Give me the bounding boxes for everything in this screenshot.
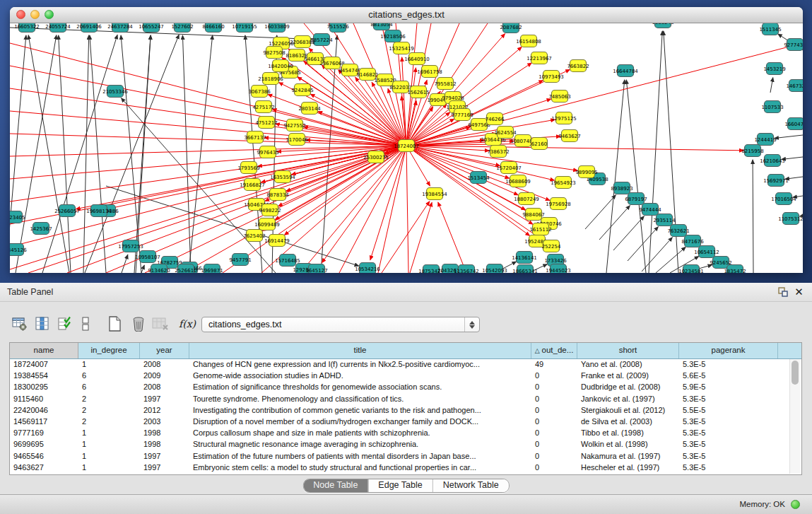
network-node[interactable]: 14136141 [512, 252, 537, 264]
close-panel-icon[interactable]: ✕ [794, 286, 804, 297]
network-node[interactable]: 7386372 [487, 146, 509, 158]
table-cell[interactable]: 5.3E-5 [679, 438, 778, 450]
table-cell[interactable]: 0 [531, 450, 577, 462]
network-node[interactable]: 9242845 [291, 84, 313, 96]
table-cell[interactable]: Genome-wide association studies in ADHD. [189, 370, 531, 381]
network-node[interactable]: 19654923 [551, 177, 576, 189]
table-cell[interactable]: 5.3E-5 [679, 358, 778, 370]
table-row[interactable]: 977716911998Corpus callosum shape and si… [10, 427, 789, 438]
network-edge[interactable] [775, 135, 803, 139]
network-node[interactable]: 1624554 [494, 127, 517, 139]
network-edge[interactable] [76, 146, 406, 209]
network-node[interactable]: 1835472 [724, 265, 746, 274]
network-node[interactable]: 10534216 [355, 263, 380, 274]
table-cell[interactable]: Yano et al. (2008) [577, 358, 679, 370]
table-cell[interactable]: 0 [531, 393, 577, 404]
table-cell[interactable]: Changes of HCN gene expression and I(f) … [189, 358, 531, 370]
column-header-name[interactable]: name [10, 343, 78, 358]
network-edge[interactable] [438, 202, 466, 273]
table-row[interactable]: 946554611997Estimation of the future num… [10, 450, 789, 462]
network-node[interactable]: 1107533 [761, 101, 783, 113]
table-cell[interactable]: Hescheler et al. (1997) [577, 462, 679, 473]
table-cell[interactable]: 9115460 [10, 393, 78, 404]
network-node[interactable]: 9463627 [558, 130, 580, 142]
network-node[interactable]: 1793569 [237, 162, 259, 174]
network-node[interactable]: 9976435 [257, 146, 278, 158]
network-edge[interactable] [10, 43, 406, 146]
table-cell[interactable]: 49 [531, 358, 577, 370]
network-node[interactable]: 7955812 [434, 78, 456, 90]
table-cell[interactable]: 1 [78, 462, 140, 473]
network-node[interactable]: 3067386 [248, 86, 271, 98]
table-selector-dropdown[interactable]: citations_edges.txt [201, 317, 480, 332]
network-edge[interactable] [134, 35, 151, 273]
network-node[interactable]: 8813054 [370, 23, 393, 30]
network-node[interactable]: 9134620 [148, 264, 170, 274]
table-cell[interactable]: 18724007 [10, 358, 78, 370]
table-row[interactable]: 911546021997Tourette syndrome. Phenomeno… [10, 393, 789, 404]
network-edge[interactable] [382, 201, 430, 273]
network-node[interactable]: 7632621 [667, 225, 689, 237]
table-cell[interactable]: 2012 [140, 404, 189, 416]
table-row[interactable]: 1830029562008Estimation of significance … [10, 381, 789, 392]
table-cell[interactable]: 1 [78, 450, 140, 462]
network-node[interactable]: 8215958 [741, 145, 763, 157]
table-cell[interactable]: 0 [531, 438, 577, 450]
column-header-out-de-[interactable]: △out_de... [531, 343, 577, 358]
table-vertical-scrollbar[interactable] [789, 359, 801, 474]
table-cell[interactable]: Dudbridge et al. (2008) [577, 381, 679, 392]
tab-node-table[interactable]: Node Table [303, 479, 367, 492]
network-node[interactable]: 3667137 [244, 132, 266, 144]
network-node[interactable]: 7663822 [567, 60, 589, 72]
table-cell[interactable]: 0 [531, 427, 577, 438]
network-window-titlebar[interactable]: citations_edges.txt [10, 7, 803, 23]
column-header-year[interactable]: year [140, 343, 189, 358]
network-node[interactable]: 252254 [542, 240, 561, 252]
network-node[interactable]: 10542093 [482, 264, 507, 274]
table-cell[interactable]: Embryonic stem cells: a model to study s… [189, 462, 531, 473]
table-cell[interactable]: 2009 [140, 370, 189, 381]
network-node[interactable]: 12975125 [551, 112, 577, 124]
table-cell[interactable]: 5.6E-5 [679, 370, 778, 381]
float-panel-icon[interactable] [778, 287, 788, 297]
network-node[interactable]: 8938923 [611, 182, 632, 194]
tab-network-table[interactable]: Network Table [433, 479, 509, 492]
table-cell[interactable]: Wolkin et al. (1998) [577, 438, 679, 450]
table-cell[interactable]: 9465546 [10, 450, 78, 462]
network-node[interactable]: 2803144 [298, 103, 321, 115]
network-node[interactable]: 1969871 [201, 264, 223, 274]
create-table-icon[interactable] [106, 315, 123, 333]
table-cell[interactable]: 1997 [140, 462, 189, 473]
network-edge[interactable] [410, 202, 432, 273]
table-cell[interactable]: 5.3E-5 [679, 416, 778, 427]
network-node[interactable]: 11075312 [778, 213, 803, 225]
network-node[interactable]: 62160 [531, 138, 548, 150]
table-cell[interactable]: 0 [531, 404, 577, 416]
network-node[interactable]: 6879197 [625, 193, 647, 205]
table-row[interactable]: 2242004622012Investigating the contribut… [10, 404, 789, 416]
network-node[interactable]: 1660473 [784, 118, 803, 130]
network-node[interactable]: 17016504 [771, 193, 796, 205]
table-cell[interactable]: 2 [78, 416, 140, 427]
network-edge[interactable] [189, 35, 213, 273]
table-cell[interactable]: 2 [78, 404, 140, 416]
column-header-title[interactable]: title [189, 343, 531, 358]
table-cell[interactable]: 0 [531, 370, 577, 381]
table-cell[interactable]: 6 [78, 381, 140, 392]
network-node[interactable]: 15325419 [389, 42, 414, 54]
table-row[interactable]: 1872400712008Changes of HCN gene express… [10, 358, 789, 370]
network-node[interactable]: 9277432 [784, 39, 803, 51]
table-cell[interactable]: 9777169 [10, 427, 78, 438]
network-node[interactable]: 1511345 [759, 23, 781, 35]
network-node[interactable]: 16914479 [264, 235, 290, 247]
network-node[interactable]: 7515526 [326, 23, 349, 33]
network-node[interactable]: 16640910 [404, 53, 430, 65]
network-node[interactable]: 9498222 [259, 204, 281, 216]
table-cell[interactable]: 5.9E-5 [679, 381, 778, 392]
network-edge[interactable] [599, 206, 630, 240]
network-node[interactable]: 16154808 [516, 35, 541, 47]
network-edge[interactable] [606, 80, 625, 273]
show-columns-icon[interactable] [34, 315, 51, 333]
network-node[interactable]: 18665341 [512, 265, 538, 274]
network-node[interactable]: 4275172 [252, 101, 274, 113]
